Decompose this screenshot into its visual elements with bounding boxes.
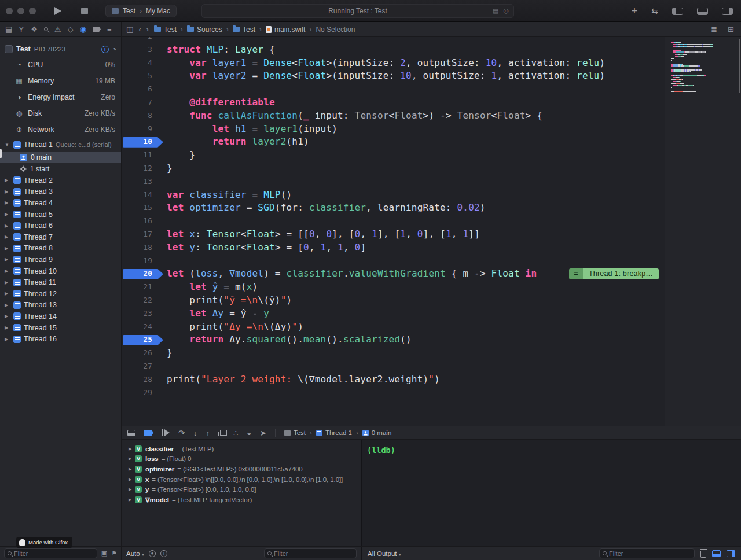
- line-number[interactable]: 8: [122, 109, 152, 123]
- memory-graph-icon[interactable]: ∴: [233, 429, 238, 437]
- scheme-selector[interactable]: Test › My Mac: [105, 5, 177, 17]
- toggle-debug-area-button[interactable]: [697, 8, 708, 15]
- code-text[interactable]: print("Layer 2 weight: \(∇model.layer2.w…: [167, 373, 440, 386]
- stack-frame-1-start[interactable]: 1 start: [0, 163, 121, 175]
- breakpoints-toggle-icon[interactable]: [144, 430, 153, 436]
- line-number[interactable]: 3: [122, 43, 152, 57]
- line-number[interactable]: 12: [122, 162, 152, 175]
- issue-navigator-icon[interactable]: ⚠: [54, 25, 61, 33]
- source-control-navigator-icon[interactable]: ϒ: [19, 25, 24, 33]
- debug-jump-item-0-main[interactable]: 0 main: [362, 429, 392, 436]
- line-number[interactable]: 22: [122, 294, 152, 307]
- code-text[interactable]: func callAsFunction(_ input: Tensor<Floa…: [167, 109, 542, 123]
- toggle-variables-pane-icon[interactable]: [712, 550, 721, 557]
- variables-view[interactable]: ▶Vclassifier= (Test.MLP)▶Vloss= (Float) …: [122, 440, 362, 546]
- disclosure-triangle-icon[interactable]: ▶: [129, 447, 135, 451]
- line-number[interactable]: 11: [122, 149, 152, 162]
- thread-row-thread-13[interactable]: ▶Thread 13: [0, 300, 121, 311]
- gauge-row-memory[interactable]: ▦Memory19 MB: [0, 73, 121, 89]
- line-number[interactable]: 26: [122, 347, 152, 360]
- disclosure-triangle-icon[interactable]: ▶: [129, 477, 135, 482]
- test-navigator-icon[interactable]: ◇: [68, 25, 74, 33]
- disclosure-triangle-icon[interactable]: ▶: [5, 178, 10, 183]
- line-number[interactable]: 17: [122, 228, 152, 241]
- symbol-navigator-icon[interactable]: ❖: [31, 25, 38, 33]
- line-number[interactable]: 28: [122, 373, 152, 386]
- line-number[interactable]: 15: [122, 201, 152, 215]
- variable-row-classifier[interactable]: ▶Vclassifier= (Test.MLP): [122, 444, 361, 454]
- code-text[interactable]: let h1 = layer1(input): [167, 123, 338, 136]
- thread-row-thread-14[interactable]: ▶Thread 14: [0, 311, 121, 322]
- add-editor-icon[interactable]: ⊞: [728, 25, 734, 34]
- run-button[interactable]: [54, 7, 61, 15]
- disclosure-triangle-icon[interactable]: ▶: [5, 234, 10, 240]
- forward-button[interactable]: ›: [146, 25, 149, 34]
- editor-arrangement-icon[interactable]: ⇆: [651, 6, 658, 16]
- step-into-icon[interactable]: ↓: [193, 429, 197, 437]
- disclosure-triangle-icon[interactable]: ▶: [5, 223, 10, 229]
- simulate-location-icon[interactable]: ➤: [260, 429, 266, 437]
- code-text[interactable]: let ŷ = m(x): [167, 281, 258, 294]
- thread-row-thread-9[interactable]: ▶Thread 9: [0, 254, 121, 266]
- code-text[interactable]: print("Δy =\n\(Δy)"): [167, 320, 303, 334]
- breadcrumb-item-test[interactable]: Test: [233, 25, 255, 34]
- disclosure-triangle-icon[interactable]: ▶: [5, 189, 10, 194]
- show-running-only-icon[interactable]: ▣: [101, 550, 107, 557]
- find-navigator-icon[interactable]: [44, 27, 48, 31]
- variable-row--model[interactable]: ▶V∇model= (Test.MLP.TangentVector): [122, 495, 361, 505]
- thread-row-thread-7[interactable]: ▶Thread 7: [0, 231, 121, 243]
- debug-jump-item-test[interactable]: Test: [284, 429, 306, 436]
- scheme-name[interactable]: Test: [123, 7, 135, 15]
- stack-frame-0-main[interactable]: 0 main: [0, 152, 121, 163]
- code-text[interactable]: print("ŷ =\n\(ŷ)"): [167, 294, 292, 307]
- quicklook-icon[interactable]: ●: [149, 550, 156, 557]
- variable-row-loss[interactable]: ▶Vloss= (Float) 0: [122, 454, 361, 465]
- project-navigator-icon[interactable]: ▤: [5, 25, 12, 33]
- breakpoint-hit-annotation[interactable]: =Thread 1: breakp…: [569, 268, 659, 279]
- toggle-inspectors-button[interactable]: [722, 8, 733, 15]
- breadcrumb-item-no-selection[interactable]: No Selection: [316, 25, 355, 34]
- environment-overrides-icon[interactable]: ◒: [247, 429, 251, 437]
- breakpoint-marker-line-10[interactable]: 10: [122, 135, 152, 149]
- line-number[interactable]: 16: [122, 215, 152, 228]
- console-view[interactable]: (lldb): [362, 440, 741, 546]
- gauge-row-cpu[interactable]: ◔CPU0%: [0, 57, 121, 73]
- disclosure-triangle-icon[interactable]: ▶: [5, 291, 10, 296]
- line-number[interactable]: 27: [122, 360, 152, 373]
- status-mini-icon[interactable]: ◎: [503, 7, 509, 14]
- variable-row-optimizer[interactable]: ▶Voptimizer= (SGD<Test.MLP>) 0x000000011…: [122, 464, 361, 474]
- info-icon[interactable]: i: [160, 550, 167, 557]
- breakpoint-marker-line-25[interactable]: 25: [122, 333, 152, 347]
- output-mode-selector[interactable]: All Output ▾: [368, 550, 401, 557]
- breakpoint-navigator-icon[interactable]: [93, 27, 101, 32]
- line-number[interactable]: 4: [122, 57, 152, 70]
- gauge-row-network[interactable]: ⊕NetworkZero KB/s: [0, 121, 121, 138]
- disclosure-triangle-icon[interactable]: ▶: [5, 325, 10, 330]
- line-number[interactable]: 9: [122, 123, 152, 136]
- line-number[interactable]: 7: [122, 96, 152, 109]
- variable-row-y[interactable]: ▶Vy= (Tensor<Float>) [0.0, 1.0, 1.0, 0.0…: [122, 484, 361, 495]
- code-text[interactable]: return Δy.squared().mean().scalarized(): [167, 333, 412, 347]
- step-over-icon[interactable]: ↷: [178, 429, 185, 437]
- code-text[interactable]: }: [167, 149, 195, 162]
- status-mini-icon[interactable]: ▤: [493, 7, 498, 14]
- destination-name[interactable]: My Mac: [146, 7, 170, 15]
- thread-row-thread-6[interactable]: ▶Thread 6: [0, 220, 121, 231]
- related-items-icon[interactable]: ◫: [126, 25, 133, 34]
- disclosure-triangle-icon[interactable]: ▶: [5, 200, 10, 205]
- line-number[interactable]: 18: [122, 241, 152, 255]
- source-editor[interactable]: 23struct MLP: Layer {4 var layer1 = Dens…: [122, 37, 741, 426]
- hide-debug-area-icon[interactable]: [127, 430, 135, 436]
- profile-in-instruments-icon[interactable]: i: [101, 46, 109, 53]
- disclosure-triangle-icon[interactable]: ▶: [129, 487, 135, 492]
- gauge-row-disk[interactable]: ◍DiskZero KB/s: [0, 105, 121, 121]
- code-text[interactable]: return layer2(h1): [167, 135, 309, 149]
- gauge-icon[interactable]: ◔: [112, 45, 116, 53]
- line-number[interactable]: 19: [122, 255, 152, 268]
- line-number[interactable]: 13: [122, 175, 152, 189]
- debug-navigator-icon[interactable]: ◉: [80, 25, 86, 33]
- disclosure-triangle-icon[interactable]: ▶: [5, 212, 10, 217]
- disclosure-triangle-icon[interactable]: ▼: [5, 142, 10, 148]
- line-number[interactable]: 5: [122, 69, 152, 83]
- breadcrumb-item-sources[interactable]: Sources: [187, 25, 222, 34]
